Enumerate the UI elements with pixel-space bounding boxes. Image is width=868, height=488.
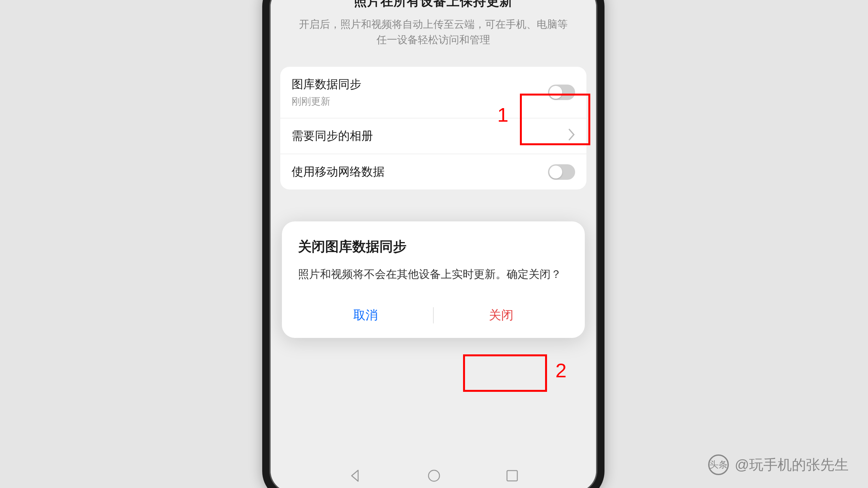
svg-rect-1 bbox=[507, 470, 517, 481]
cancel-button[interactable]: 取消 bbox=[298, 302, 433, 328]
setting-title: 图库数据同步 bbox=[291, 76, 548, 92]
toggle-knob bbox=[549, 166, 562, 178]
setting-sync-albums[interactable]: 需要同步的相册 bbox=[280, 119, 586, 154]
setting-title: 使用移动网络数据 bbox=[291, 164, 548, 180]
mobile-data-toggle[interactable] bbox=[548, 164, 575, 180]
phone-frame: 照片在所有设备上保持更新 开启后，照片和视频将自动上传至云端，可在手机、电脑等任… bbox=[262, 0, 604, 488]
watermark-text: @玩手机的张先生 bbox=[735, 455, 848, 475]
setting-text: 使用移动网络数据 bbox=[291, 164, 548, 180]
setting-text: 需要同步的相册 bbox=[291, 128, 569, 144]
sync-toggle[interactable] bbox=[548, 85, 575, 100]
settings-card: 图库数据同步 刚刚更新 需要同步的相册 bbox=[280, 67, 586, 190]
home-icon[interactable] bbox=[427, 469, 441, 484]
chevron-right-icon bbox=[569, 129, 575, 143]
back-icon[interactable] bbox=[348, 469, 362, 484]
annotation-label-2: 2 bbox=[555, 359, 566, 382]
page-description: 开启后，照片和视频将自动上传至云端，可在手机、电脑等任一设备轻松访问和管理 bbox=[287, 17, 580, 47]
phone-inner: 照片在所有设备上保持更新 开启后，照片和视频将自动上传至云端，可在手机、电脑等任… bbox=[269, 0, 597, 488]
confirm-dialog: 关闭图库数据同步 照片和视频将不会在其他设备上实时更新。确定关闭？ 取消 关闭 bbox=[282, 221, 585, 338]
setting-subtitle: 刚刚更新 bbox=[291, 95, 548, 108]
watermark-logo-icon: 头条 bbox=[708, 454, 729, 475]
recent-icon[interactable] bbox=[506, 469, 518, 483]
setting-title: 需要同步的相册 bbox=[291, 128, 569, 144]
annotation-label-1: 1 bbox=[497, 103, 508, 126]
setting-mobile-data[interactable]: 使用移动网络数据 bbox=[280, 154, 586, 190]
setting-text: 图库数据同步 刚刚更新 bbox=[291, 76, 548, 108]
dialog-title: 关闭图库数据同步 bbox=[298, 237, 569, 256]
page-title: 照片在所有设备上保持更新 bbox=[287, 0, 580, 10]
dialog-body: 照片和视频将不会在其他设备上实时更新。确定关闭？ bbox=[298, 265, 569, 283]
toggle-knob bbox=[549, 86, 562, 99]
dialog-buttons: 取消 关闭 bbox=[298, 299, 569, 328]
svg-point-0 bbox=[429, 470, 439, 481]
settings-screen: 照片在所有设备上保持更新 开启后，照片和视频将自动上传至云端，可在手机、电脑等任… bbox=[271, 0, 596, 488]
setting-gallery-sync[interactable]: 图库数据同步 刚刚更新 bbox=[280, 67, 586, 119]
navigation-bar bbox=[271, 469, 596, 484]
watermark: 头条 @玩手机的张先生 bbox=[708, 454, 848, 475]
confirm-button[interactable]: 关闭 bbox=[434, 302, 569, 328]
header-section: 照片在所有设备上保持更新 开启后，照片和视频将自动上传至云端，可在手机、电脑等任… bbox=[271, 0, 596, 57]
